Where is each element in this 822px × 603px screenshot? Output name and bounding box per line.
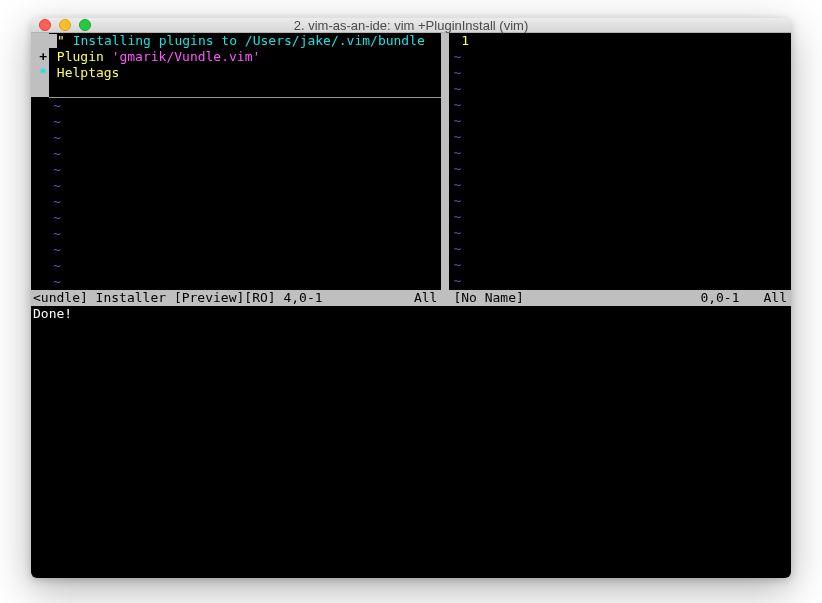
- end-of-buffer-line: ~: [449, 273, 791, 289]
- tilde-icon: ~: [449, 161, 461, 177]
- tilde-icon: ~: [449, 257, 461, 273]
- end-of-buffer-line: ~: [449, 193, 791, 209]
- window-title: 2. vim-as-an-ide: vim +PluginInstall (vi…: [31, 18, 791, 33]
- sign-column: [31, 130, 49, 146]
- tilde-icon: ~: [449, 65, 461, 81]
- end-of-buffer-line: ~: [31, 210, 441, 226]
- terminal-body[interactable]: " Installing plugins to /Users/jake/.vim…: [31, 33, 791, 578]
- minimize-icon[interactable]: [59, 19, 71, 31]
- end-of-buffer-line: ~: [31, 178, 441, 194]
- end-of-buffer-line: ~: [449, 177, 791, 193]
- end-of-buffer-line: ~: [31, 194, 441, 210]
- sign-column: [31, 114, 49, 130]
- end-of-buffer-line: ~: [449, 145, 791, 161]
- sign-column: [31, 98, 49, 114]
- status-left-pos: 4,0-1: [283, 290, 322, 305]
- text: 'gmarik/Vundle.vim': [112, 49, 261, 65]
- tilde-icon: ~: [49, 226, 61, 242]
- sign-column: [31, 81, 49, 97]
- buffer-line[interactable]: 1: [449, 33, 791, 49]
- text: Installing plugins to /Users/jake/.vim/b…: [65, 33, 425, 49]
- tilde-icon: ~: [49, 258, 61, 274]
- left-pane[interactable]: " Installing plugins to /Users/jake/.vim…: [31, 33, 441, 290]
- buffer-line[interactable]: * Helptags: [31, 65, 441, 81]
- end-of-buffer-line: ~: [449, 81, 791, 97]
- tilde-icon: ~: [49, 114, 61, 130]
- tilde-icon: ~: [449, 225, 461, 241]
- tilde-icon: ~: [49, 210, 61, 226]
- end-of-buffer-line: ~: [449, 209, 791, 225]
- tilde-icon: ~: [449, 81, 461, 97]
- end-of-buffer-line: ~: [31, 162, 441, 178]
- status-right-name: [No Name]: [453, 290, 523, 306]
- cursor: [49, 34, 57, 48]
- tilde-icon: ~: [49, 146, 61, 162]
- vertical-split[interactable]: [441, 33, 449, 290]
- sign-column: [31, 274, 49, 290]
- tilde-icon: ~: [49, 178, 61, 194]
- terminal-window: 2. vim-as-an-ide: vim +PluginInstall (vi…: [31, 18, 791, 578]
- buffer-line[interactable]: " Installing plugins to /Users/jake/.vim…: [31, 33, 441, 49]
- text: ": [57, 33, 65, 49]
- end-of-buffer-line: ~: [449, 257, 791, 273]
- tilde-icon: ~: [449, 241, 461, 257]
- tilde-icon: ~: [49, 130, 61, 146]
- tilde-icon: ~: [449, 97, 461, 113]
- status-left-name: <undle] Installer [Preview][RO]: [33, 290, 276, 305]
- tilde-icon: ~: [449, 49, 461, 65]
- sign-column: [31, 194, 49, 210]
- tilde-icon: ~: [49, 274, 61, 290]
- status-right-pos: 0,0-1: [700, 290, 739, 306]
- end-of-buffer-line: ~: [449, 161, 791, 177]
- zoom-icon[interactable]: [79, 19, 91, 31]
- sign-column: [31, 178, 49, 194]
- tilde-icon: ~: [449, 129, 461, 145]
- tilde-icon: ~: [449, 193, 461, 209]
- sign-column: [31, 146, 49, 162]
- text: Helptags: [49, 65, 119, 81]
- tilde-icon: ~: [49, 242, 61, 258]
- line-number: 1: [449, 33, 476, 49]
- traffic-lights: [39, 19, 91, 31]
- end-of-buffer-line: ~: [449, 129, 791, 145]
- right-pane[interactable]: 1 ~~~~~~~~~~~~~~~~~~~~~~~~~~~~~~~: [449, 33, 791, 290]
- end-of-buffer-line: ~: [31, 146, 441, 162]
- sign-column: [31, 242, 49, 258]
- text: Plugin: [49, 49, 112, 65]
- sign-column: [31, 226, 49, 242]
- end-of-buffer-line: ~: [31, 258, 441, 274]
- end-of-buffer-line: ~: [31, 114, 441, 130]
- end-of-buffer-line: ~: [31, 130, 441, 146]
- buffer-line[interactable]: [31, 81, 441, 97]
- end-of-buffer-line: ~: [449, 225, 791, 241]
- tilde-icon: ~: [49, 194, 61, 210]
- command-line[interactable]: Done!: [31, 306, 791, 322]
- end-of-buffer-line: ~: [31, 274, 441, 290]
- sign-column: *: [31, 65, 49, 81]
- tilde-icon: ~: [49, 98, 61, 114]
- sign-column: [31, 210, 49, 226]
- end-of-buffer-line: ~: [31, 226, 441, 242]
- status-right-pct: All: [764, 290, 787, 306]
- end-of-buffer-line: ~: [31, 98, 441, 114]
- end-of-buffer-line: ~: [449, 97, 791, 113]
- sign-column: [31, 33, 49, 49]
- end-of-buffer-line: ~: [449, 65, 791, 81]
- tilde-icon: ~: [449, 273, 461, 289]
- status-line: <undle] Installer [Preview][RO] 4,0-1 Al…: [31, 290, 791, 306]
- sign-column: +: [31, 49, 49, 65]
- tilde-icon: ~: [449, 209, 461, 225]
- tilde-icon: ~: [49, 162, 61, 178]
- end-of-buffer-line: ~: [449, 49, 791, 65]
- end-of-buffer-line: ~: [449, 241, 791, 257]
- close-icon[interactable]: [39, 19, 51, 31]
- buffer-line[interactable]: + Plugin 'gmarik/Vundle.vim': [31, 49, 441, 65]
- sign-column: [31, 162, 49, 178]
- tilde-icon: ~: [449, 177, 461, 193]
- end-of-buffer-line: ~: [449, 113, 791, 129]
- tilde-icon: ~: [449, 145, 461, 161]
- titlebar[interactable]: 2. vim-as-an-ide: vim +PluginInstall (vi…: [31, 18, 791, 33]
- split-panes: " Installing plugins to /Users/jake/.vim…: [31, 33, 791, 290]
- sign-column: [31, 258, 49, 274]
- status-left-pct: All: [414, 290, 437, 306]
